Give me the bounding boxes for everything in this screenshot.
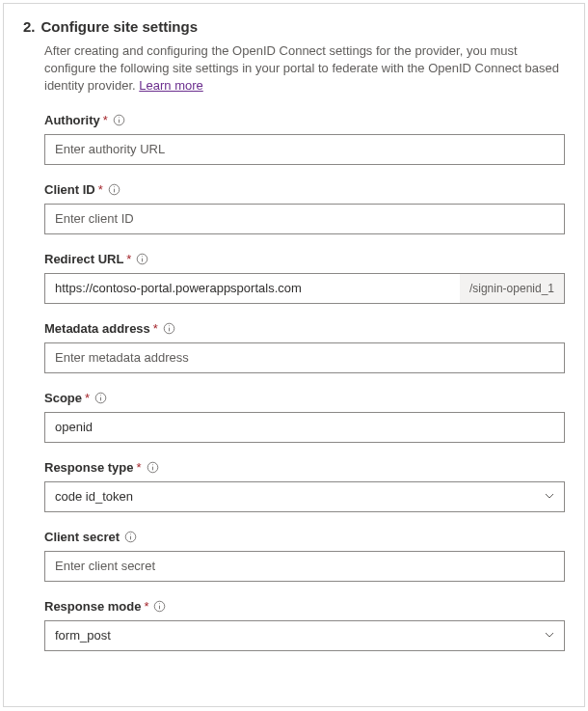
response-type-label: Response type (44, 460, 133, 475)
svg-point-2 (119, 117, 120, 118)
response-type-value: code id_token (55, 489, 133, 504)
required-indicator: * (144, 599, 148, 614)
required-indicator: * (153, 321, 158, 336)
info-icon[interactable] (153, 600, 166, 613)
redirect-url-label: Redirect URL (44, 252, 123, 266)
response-type-field: Response type * code id_token (44, 460, 565, 512)
response-mode-label: Response mode (44, 599, 141, 614)
metadata-address-label: Metadata address (44, 321, 150, 336)
configure-site-settings-panel: 2. Configure site settings After creatin… (3, 3, 585, 707)
svg-point-8 (142, 256, 143, 257)
info-icon[interactable] (94, 392, 107, 404)
svg-point-20 (130, 533, 131, 534)
info-icon[interactable] (124, 531, 137, 543)
client-secret-label: Client secret (44, 530, 120, 544)
required-indicator: * (126, 252, 131, 266)
fields-container: Authority * Client ID * Redirect URL (44, 113, 565, 651)
scope-field: Scope * (44, 391, 565, 443)
required-indicator: * (98, 182, 103, 197)
response-mode-value: form_post (55, 628, 111, 643)
step-number: 2. (23, 18, 36, 35)
scope-input[interactable] (44, 412, 565, 443)
description-text: After creating and configuring the OpenI… (44, 43, 559, 93)
svg-point-14 (100, 395, 101, 396)
svg-point-11 (169, 325, 170, 326)
metadata-address-input[interactable] (44, 342, 565, 373)
svg-point-5 (114, 186, 115, 187)
info-icon[interactable] (163, 322, 175, 335)
redirect-url-suffix: /signin-openid_1 (460, 273, 565, 304)
required-indicator: * (136, 460, 141, 475)
authority-input[interactable] (44, 134, 565, 165)
info-icon[interactable] (108, 183, 120, 196)
svg-point-17 (152, 464, 153, 465)
required-indicator: * (103, 113, 108, 127)
response-mode-field: Response mode * form_post (44, 599, 565, 651)
info-icon[interactable] (113, 114, 125, 126)
client-id-label: Client ID (44, 182, 95, 197)
client-id-input[interactable] (44, 204, 565, 234)
svg-point-23 (159, 603, 160, 604)
section-description: After creating and configuring the OpenI… (44, 42, 565, 96)
client-secret-field: Client secret (44, 530, 565, 582)
client-id-field: Client ID * (44, 182, 565, 234)
learn-more-link[interactable]: Learn more (139, 78, 202, 93)
authority-field: Authority * (44, 113, 565, 165)
response-type-select[interactable]: code id_token (44, 481, 565, 512)
metadata-address-field: Metadata address * (44, 321, 565, 373)
response-mode-select[interactable]: form_post (44, 620, 565, 651)
section-header: 2. Configure site settings (23, 18, 565, 35)
scope-label: Scope (44, 391, 82, 405)
redirect-url-field: Redirect URL * /signin-openid_1 (44, 252, 565, 304)
section-title: Configure site settings (41, 18, 199, 35)
required-indicator: * (85, 391, 90, 405)
redirect-url-input[interactable] (44, 273, 460, 304)
authority-label: Authority (44, 113, 100, 127)
client-secret-input[interactable] (44, 551, 565, 582)
info-icon[interactable] (136, 253, 148, 265)
info-icon[interactable] (147, 461, 159, 474)
